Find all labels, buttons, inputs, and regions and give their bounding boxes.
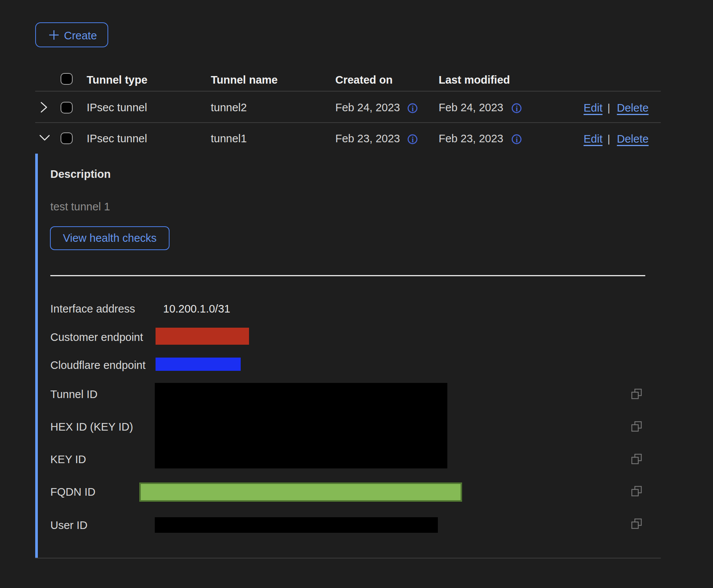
svg-text:i: i	[412, 135, 414, 144]
svg-text:i: i	[516, 135, 518, 144]
svg-text:i: i	[516, 104, 518, 113]
svg-text:i: i	[412, 104, 414, 113]
